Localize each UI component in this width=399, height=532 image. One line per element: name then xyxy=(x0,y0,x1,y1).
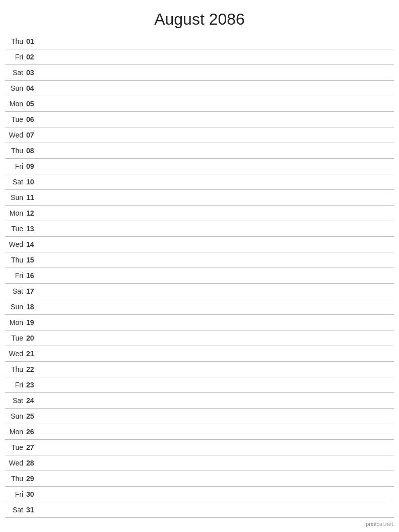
calendar-row: Sat10 xyxy=(5,174,394,190)
calendar-row: Mon05 xyxy=(5,96,394,112)
day-line xyxy=(40,322,394,323)
day-number: 30 xyxy=(26,490,40,498)
day-number: 11 xyxy=(26,193,40,202)
day-line xyxy=(40,41,394,42)
calendar-row: Mon19 xyxy=(5,315,394,330)
calendar-row: Fri02 xyxy=(5,49,394,65)
day-number: 21 xyxy=(26,350,40,358)
day-line xyxy=(40,385,394,385)
day-line xyxy=(40,447,394,448)
day-number: 09 xyxy=(26,162,40,170)
day-line xyxy=(40,119,394,120)
calendar-row: Thu01 xyxy=(5,34,394,49)
day-line xyxy=(40,166,394,167)
calendar-row: Fri16 xyxy=(5,268,394,284)
day-number: 22 xyxy=(26,365,40,373)
day-number: 15 xyxy=(26,256,40,264)
day-number: 04 xyxy=(26,84,40,92)
day-line xyxy=(40,369,394,370)
day-number: 18 xyxy=(26,303,40,311)
calendar-row: Thu29 xyxy=(5,471,394,487)
watermark: printcal.net xyxy=(366,521,393,527)
day-number: 25 xyxy=(26,412,40,420)
day-line xyxy=(40,104,394,104)
day-name: Tue xyxy=(5,115,26,123)
calendar-row: Wed07 xyxy=(5,127,394,143)
day-name: Mon xyxy=(5,100,26,108)
day-line xyxy=(40,244,394,245)
day-name: Tue xyxy=(5,334,26,342)
day-name: Fri xyxy=(5,381,26,389)
calendar-row: Sun25 xyxy=(5,409,394,424)
day-number: 14 xyxy=(26,240,40,248)
day-line xyxy=(40,354,394,354)
calendar-row: Fri09 xyxy=(5,159,394,174)
day-line xyxy=(40,307,394,307)
day-name: Sun xyxy=(5,84,26,92)
day-number: 26 xyxy=(26,428,40,436)
calendar-row: Sun11 xyxy=(5,190,394,206)
calendar-row: Fri30 xyxy=(5,487,394,502)
page-title: August 2086 xyxy=(0,0,399,34)
day-name: Sat xyxy=(5,396,26,405)
day-line xyxy=(40,182,394,182)
day-line xyxy=(40,494,394,495)
day-name: Sat xyxy=(5,287,26,295)
calendar-row: Thu15 xyxy=(5,252,394,268)
day-line xyxy=(40,73,394,73)
day-number: 02 xyxy=(26,53,40,61)
calendar-row: Thu08 xyxy=(5,143,394,159)
calendar-row: Fri23 xyxy=(5,377,394,393)
day-line xyxy=(40,213,394,214)
day-number: 06 xyxy=(26,115,40,123)
day-number: 01 xyxy=(26,37,40,45)
day-line xyxy=(40,401,394,401)
day-name: Thu xyxy=(5,475,26,483)
day-name: Thu xyxy=(5,147,26,155)
calendar-row: Tue06 xyxy=(5,112,394,127)
day-line xyxy=(40,432,394,432)
calendar-row: Wed14 xyxy=(5,237,394,252)
day-name: Thu xyxy=(5,256,26,264)
calendar-row: Sat03 xyxy=(5,65,394,81)
day-number: 10 xyxy=(26,178,40,186)
calendar-row: Mon26 xyxy=(5,424,394,440)
day-number: 24 xyxy=(26,396,40,405)
day-number: 05 xyxy=(26,100,40,108)
calendar-row: Thu22 xyxy=(5,362,394,377)
day-line xyxy=(40,135,394,136)
day-line xyxy=(40,276,394,276)
calendar-row: Wed28 xyxy=(5,455,394,471)
day-line xyxy=(40,88,394,89)
day-line xyxy=(40,151,394,151)
day-name: Sun xyxy=(5,193,26,202)
calendar-row: Tue27 xyxy=(5,440,394,455)
day-name: Mon xyxy=(5,209,26,217)
day-name: Tue xyxy=(5,225,26,233)
day-line xyxy=(40,338,394,339)
day-number: 31 xyxy=(26,506,40,514)
day-number: 12 xyxy=(26,209,40,217)
day-number: 29 xyxy=(26,475,40,483)
day-number: 19 xyxy=(26,318,40,326)
calendar-row: Sun04 xyxy=(5,81,394,96)
day-name: Wed xyxy=(5,350,26,358)
day-name: Sun xyxy=(5,303,26,311)
day-line xyxy=(40,291,394,292)
calendar-row: Sat17 xyxy=(5,284,394,299)
day-name: Thu xyxy=(5,37,26,45)
calendar-row: Mon12 xyxy=(5,206,394,221)
day-line xyxy=(40,416,394,417)
day-name: Sat xyxy=(5,178,26,186)
day-line xyxy=(40,229,394,229)
calendar-row: Wed21 xyxy=(5,346,394,362)
day-line xyxy=(40,510,394,510)
day-line xyxy=(40,479,394,479)
day-name: Sun xyxy=(5,412,26,420)
day-name: Sat xyxy=(5,69,26,77)
calendar-grid: Thu01Fri02Sat03Sun04Mon05Tue06Wed07Thu08… xyxy=(0,34,399,518)
calendar-row: Tue13 xyxy=(5,221,394,237)
day-number: 28 xyxy=(26,459,40,467)
day-name: Thu xyxy=(5,365,26,373)
day-name: Sat xyxy=(5,506,26,514)
